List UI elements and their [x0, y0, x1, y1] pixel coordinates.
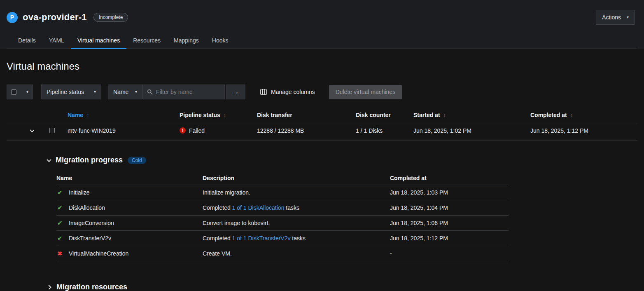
- manage-columns-button[interactable]: Manage columns: [260, 89, 315, 95]
- vm-pipeline-status-cell: ! Failed: [180, 127, 257, 134]
- column-header-disk-transfer: Disk transfer: [257, 112, 356, 118]
- tabs-bar: Details YAML Virtual machines Resources …: [7, 33, 637, 49]
- chevron-down-icon: [47, 157, 51, 162]
- main-content: Virtual machines ▾ Pipeline status ▾ Nam…: [0, 49, 644, 291]
- task-link[interactable]: 1 of 1 DiskTransferV2v: [232, 235, 291, 242]
- chevron-down-icon: [30, 128, 34, 132]
- column-header-started-at[interactable]: Started at ↕: [413, 112, 530, 118]
- name-filter-label: Name: [113, 89, 128, 95]
- vm-pipeline-status-label: Failed: [189, 127, 205, 134]
- step-completed-at: -: [390, 250, 509, 257]
- failed-status-icon: !: [180, 127, 186, 134]
- table-row: mtv-func-WIN2019 ! Failed 12288 / 12288 …: [7, 124, 637, 141]
- mp-column-header-description: Description: [203, 175, 390, 181]
- bulk-select-dropdown[interactable]: ▾: [7, 84, 33, 99]
- column-header-completed-at-label: Completed at: [530, 112, 567, 118]
- step-status-icon: [57, 250, 62, 257]
- vm-disk-transfer-cell: 12288 / 12288 MB: [257, 127, 356, 134]
- column-header-disk-counter-label: Disk counter: [356, 112, 391, 118]
- row-checkbox[interactable]: [49, 128, 55, 133]
- step-desc-suffix: tasks: [290, 235, 306, 242]
- bulk-select-checkbox[interactable]: [11, 89, 16, 95]
- sort-icon: ↕: [224, 112, 226, 118]
- pipeline-status-filter-label: Pipeline status: [47, 89, 84, 95]
- migration-progress-table: Name Description Completed at Initialize…: [56, 171, 509, 261]
- page-header: P ova-provider-1 Incomplete Actions ▾ De…: [0, 0, 644, 49]
- step-completed-at: Jun 18, 2025, 1:04 PM: [390, 204, 509, 211]
- mp-column-header-completed-at: Completed at: [390, 175, 509, 181]
- vm-name-cell: mtv-func-WIN2019: [61, 127, 180, 134]
- step-description: Completed 1 of 1 DiskAllocation tasks: [203, 204, 390, 211]
- migration-resources-title: Migration resources: [56, 283, 127, 291]
- step-description: Completed 1 of 1 DiskTransferV2v tasks: [203, 235, 390, 242]
- table-row: DiskTransferV2v Completed 1 of 1 DiskTra…: [56, 231, 509, 246]
- step-name: DiskAllocation: [69, 204, 105, 211]
- pipeline-status-filter-dropdown[interactable]: Pipeline status ▾: [41, 84, 101, 99]
- section-title: Virtual machines: [7, 61, 637, 72]
- column-header-name[interactable]: Name ↑: [61, 112, 180, 118]
- tab-resources[interactable]: Resources: [126, 33, 167, 49]
- chevron-right-icon: [47, 285, 51, 289]
- step-completed-at: Jun 18, 2025, 1:06 PM: [390, 220, 509, 226]
- step-desc-suffix: tasks: [284, 204, 299, 211]
- caret-down-icon: ▾: [135, 90, 137, 94]
- step-completed-at: Jun 18, 2025, 1:12 PM: [390, 235, 509, 242]
- step-name: DiskTransferV2v: [69, 235, 111, 242]
- search-icon: [147, 89, 153, 95]
- columns-icon: [260, 89, 267, 95]
- tab-hooks[interactable]: Hooks: [205, 33, 235, 49]
- step-description: Initialize migration.: [203, 189, 390, 196]
- task-link[interactable]: 1 of 1 DiskAllocation: [232, 204, 285, 211]
- step-name: ImageConversion: [69, 220, 114, 226]
- step-description: Convert image to kubevirt.: [203, 220, 390, 226]
- column-header-started-at-label: Started at: [413, 112, 440, 118]
- column-header-disk-counter: Disk counter: [356, 112, 413, 118]
- column-header-pipeline-status-label: Pipeline status: [180, 112, 220, 118]
- step-description: Create VM.: [203, 250, 390, 257]
- manage-columns-label: Manage columns: [271, 89, 315, 95]
- mp-column-header-name: Name: [56, 175, 203, 181]
- column-header-disk-transfer-label: Disk transfer: [257, 112, 292, 118]
- step-desc-text: Create VM.: [203, 250, 232, 257]
- sort-ascending-icon: ↑: [86, 112, 89, 118]
- step-completed-at: Jun 18, 2025, 1:03 PM: [390, 189, 509, 196]
- actions-button-label: Actions: [602, 14, 621, 21]
- step-desc-text: Completed: [203, 204, 232, 211]
- step-status-icon: [57, 204, 62, 211]
- migration-mode-badge: Cold: [128, 157, 146, 164]
- tab-mappings[interactable]: Mappings: [167, 33, 205, 49]
- migration-progress-title: Migration progress: [56, 156, 123, 164]
- vm-table: Name ↑ Pipeline status ↕ Disk transfer D…: [7, 110, 637, 141]
- column-header-pipeline-status[interactable]: Pipeline status ↕: [180, 112, 257, 118]
- migration-resources-toggle[interactable]: Migration resources: [47, 283, 637, 291]
- search-box: [142, 84, 225, 99]
- search-submit-button[interactable]: →: [226, 84, 245, 99]
- search-input[interactable]: [156, 89, 220, 95]
- row-expand-toggle[interactable]: [29, 126, 35, 135]
- step-desc-text: Convert image to kubevirt.: [203, 220, 270, 226]
- table-row: DiskAllocation Completed 1 of 1 DiskAllo…: [56, 200, 509, 216]
- status-badge: Incomplete: [93, 13, 128, 22]
- column-header-name-label: Name: [68, 112, 83, 118]
- tab-virtual-machines[interactable]: Virtual machines: [71, 33, 126, 49]
- step-name: Initialize: [69, 189, 90, 196]
- name-filter-dropdown[interactable]: Name ▾: [108, 84, 142, 99]
- tab-yaml[interactable]: YAML: [42, 33, 71, 49]
- sort-icon: ↕: [443, 112, 446, 118]
- vm-completed-at-cell: Jun 18, 2025, 1:12 PM: [530, 127, 637, 134]
- tab-details[interactable]: Details: [12, 33, 42, 49]
- caret-down-icon: ▾: [26, 90, 28, 94]
- provider-icon: P: [7, 12, 18, 23]
- caret-down-icon: ▾: [94, 90, 96, 94]
- sort-icon: ↕: [570, 112, 573, 118]
- migration-progress-toggle[interactable]: Migration progress Cold: [47, 156, 637, 164]
- table-row: Initialize Initialize migration. Jun 18,…: [56, 185, 509, 200]
- vm-disk-counter-cell: 1 / 1 Disks: [356, 127, 413, 134]
- step-status-icon: [57, 189, 62, 196]
- step-desc-text: Completed: [203, 235, 232, 242]
- step-status-icon: [57, 235, 62, 242]
- column-header-completed-at[interactable]: Completed at ↕: [530, 112, 637, 118]
- delete-virtual-machines-button[interactable]: Delete virtual machines: [329, 85, 402, 99]
- step-desc-text: Initialize migration.: [203, 189, 250, 196]
- actions-button[interactable]: Actions ▾: [596, 10, 635, 25]
